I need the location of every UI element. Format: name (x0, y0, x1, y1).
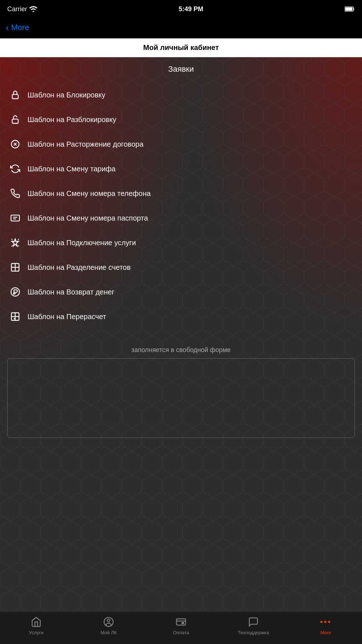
status-bar-right (345, 7, 355, 12)
status-bar-time: 5:49 PM (178, 5, 203, 13)
passport-label: Шаблон на Смену номера паспорта (28, 214, 148, 222)
list-item-block[interactable]: Шаблон на Блокировку (0, 83, 362, 107)
block-label: Шаблон на Блокировку (28, 91, 105, 99)
svg-line-10 (18, 239, 19, 241)
user-circle-icon (103, 616, 114, 628)
list-item-split[interactable]: Шаблон на Разделение счетов (0, 255, 362, 280)
refund-label: Шаблон на Возврат денег (28, 288, 114, 296)
battery-icon (345, 7, 355, 12)
unblock-label: Шаблон на Разблокировку (28, 116, 116, 124)
list-item-service[interactable]: Шаблон на Подключение услуги (0, 230, 362, 255)
id-card-icon (9, 212, 22, 225)
service-label: Шаблон на Подключение услуги (28, 239, 136, 247)
phone-label: Шаблон на Смену номера телефона (28, 189, 151, 198)
unlock-icon (9, 113, 22, 126)
list-item-tariff[interactable]: Шаблон на Смену тарифа (0, 156, 362, 181)
tab-support[interactable]: Техподдержка (217, 616, 290, 635)
carrier-label: Carrier (7, 5, 27, 13)
chat-icon (248, 616, 259, 628)
list-item-refund[interactable]: Шаблон на Возврат денег (0, 280, 362, 304)
wifi-icon (29, 6, 37, 12)
free-form-label: заполняется в свободной форме (0, 346, 362, 354)
svg-rect-27 (182, 622, 184, 624)
tab-services-label: Услуги (29, 630, 43, 635)
svg-rect-26 (177, 619, 186, 625)
page-title: Мой личный кабинет (143, 43, 219, 51)
wallet-icon (175, 616, 187, 628)
free-form-textarea[interactable] (7, 358, 355, 438)
list-item-recalc[interactable]: Шаблон на Перерасчет (0, 304, 362, 329)
svg-line-9 (12, 239, 13, 241)
list-item-terminate[interactable]: Шаблон на Расторжение договора (0, 132, 362, 156)
tab-services[interactable]: Услуги (0, 616, 72, 635)
tab-bar: Услуги Мой ЛК Оплата Техподдержк (0, 611, 362, 644)
more-dots-icon: ••• (320, 616, 332, 628)
refresh-icon (9, 162, 22, 175)
tab-payment-label: Оплата (173, 630, 189, 635)
recalc-label: Шаблон на Перерасчет (28, 313, 106, 321)
content-scroll: Заявки Шаблон на Блокировку Шаблон на Ра… (0, 57, 362, 445)
back-button[interactable]: ‹ More (6, 23, 29, 32)
page-header: Мой личный кабинет (0, 38, 362, 57)
svg-rect-3 (12, 95, 18, 99)
recalc-icon (9, 310, 22, 323)
svg-rect-4 (12, 119, 18, 124)
svg-point-0 (33, 11, 34, 12)
list-item-passport[interactable]: Шаблон на Смену номера паспорта (0, 206, 362, 230)
sparkle-icon (9, 236, 22, 249)
cancel-circle-icon (9, 138, 22, 151)
nav-bar: ‹ More (0, 18, 362, 38)
svg-line-23 (14, 318, 15, 319)
tab-lk[interactable]: Мой ЛК (72, 616, 145, 635)
split-label: Шаблон на Разделение счетов (28, 263, 131, 272)
list-item-phone[interactable]: Шаблон на Смену номера телефона (0, 181, 362, 206)
dots-icon: ••• (320, 616, 332, 628)
home-icon (30, 616, 42, 628)
section-title: Заявки (0, 64, 362, 74)
svg-rect-2 (345, 8, 352, 11)
svg-line-11 (12, 245, 13, 247)
phone-icon (9, 187, 22, 200)
tab-more[interactable]: ••• More (290, 616, 362, 635)
terminate-label: Шаблон на Расторжение договора (28, 140, 143, 149)
tab-payment[interactable]: Оплата (145, 616, 217, 635)
svg-point-25 (107, 619, 110, 622)
tab-more-label: More (320, 630, 331, 635)
back-label: More (11, 23, 29, 32)
ruble-icon (9, 285, 22, 298)
main-content: Заявки Шаблон на Блокировку Шаблон на Ра… (0, 57, 362, 611)
svg-rect-6 (11, 215, 19, 221)
tab-lk-label: Мой ЛК (100, 630, 117, 635)
back-chevron-icon: ‹ (6, 23, 9, 32)
status-bar: Carrier 5:49 PM (0, 0, 362, 18)
tab-support-label: Техподдержка (238, 630, 269, 635)
tariff-label: Шаблон на Смену тарифа (28, 165, 115, 173)
split-icon (9, 261, 22, 274)
status-bar-left: Carrier (7, 5, 37, 13)
list-item-unblock[interactable]: Шаблон на Разблокировку (0, 107, 362, 132)
svg-line-12 (18, 245, 19, 247)
lock-icon (9, 88, 22, 101)
